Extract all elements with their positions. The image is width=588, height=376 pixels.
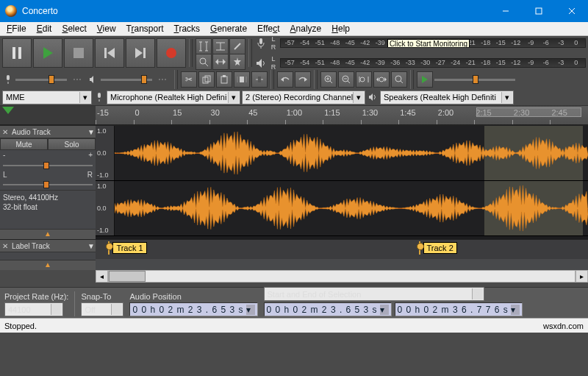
device-toolbar: MME▾ Microphone (Realtek High Defini▾ 2 … xyxy=(0,89,588,105)
svg-rect-31 xyxy=(7,75,10,80)
gain-slider[interactable] xyxy=(3,160,93,170)
zoom-in-button[interactable] xyxy=(320,71,337,88)
multi-tool-icon[interactable] xyxy=(229,54,245,70)
svg-marker-33 xyxy=(90,76,93,83)
track-bitdepth: 32-bit float xyxy=(3,202,93,212)
svg-point-55 xyxy=(379,77,384,82)
svg-marker-60 xyxy=(422,76,428,83)
close-track-button[interactable]: ✕ xyxy=(0,128,10,136)
playback-volume-slider[interactable] xyxy=(101,74,152,85)
menu-edit[interactable]: EditEdit xyxy=(32,23,57,35)
audio-position-field[interactable]: 0 0 h 0 2 m 2 3 . 6 5 3 s▾ xyxy=(129,302,257,316)
scroll-thumb[interactable] xyxy=(109,271,146,282)
speaker-icon[interactable] xyxy=(255,54,267,73)
audio-host-combo[interactable]: MME▾ xyxy=(2,91,92,104)
track-control-panel: ✕ Audio Track ▼ Mute Solo -+ LR Stereo, … xyxy=(0,126,96,239)
recording-volume-slider[interactable] xyxy=(15,74,67,85)
label-marker[interactable]: Track 1 xyxy=(105,241,146,255)
snap-to-combo[interactable]: Off▾ xyxy=(81,302,123,316)
skip-end-button[interactable] xyxy=(126,38,155,68)
svg-marker-10 xyxy=(135,48,143,58)
menu-file[interactable]: FFileFile xyxy=(1,23,32,35)
loop-region[interactable] xyxy=(476,107,581,117)
menu-tracks[interactable]: TracksTracks xyxy=(169,23,206,35)
svg-rect-28 xyxy=(259,38,262,44)
svg-line-48 xyxy=(330,81,332,83)
timeshift-tool-icon[interactable] xyxy=(212,54,229,70)
envelope-tool-icon[interactable] xyxy=(212,38,229,54)
pan-slider[interactable] xyxy=(3,180,93,189)
playback-volume-icon xyxy=(87,70,99,89)
mic-icon xyxy=(93,88,105,107)
paste-button[interactable] xyxy=(216,71,232,88)
status-text: Stopped. xyxy=(4,322,37,330)
zoom-tool-icon[interactable] xyxy=(196,54,212,70)
svg-rect-4 xyxy=(12,47,15,59)
playback-device-combo[interactable]: Speakers (Realtek High Definiti▾ xyxy=(380,91,514,104)
menu-view[interactable]: ViewView xyxy=(92,23,121,35)
waveform-right[interactable]: 1.00.0-1.0 xyxy=(96,181,588,236)
selection-start-field[interactable]: 0 0 h 0 2 m 2 3 . 6 5 3 s▾ xyxy=(264,302,392,316)
minimize-button[interactable] xyxy=(489,0,522,22)
playback-speed-slider[interactable] xyxy=(434,74,515,85)
trim-button[interactable] xyxy=(234,71,250,88)
chevron-down-icon: ▾ xyxy=(501,92,512,103)
cut-button[interactable]: ✂ xyxy=(181,71,197,88)
titlebar: Concerto xyxy=(0,0,588,22)
svg-rect-1 xyxy=(536,8,542,14)
undo-button[interactable] xyxy=(277,71,293,88)
horizontal-scrollbar[interactable]: ◂ ▸ xyxy=(96,270,588,283)
recording-meter[interactable]: -57-54-51-48-45-42-39-36-33-30-27-24-21-… xyxy=(280,38,586,48)
selection-toolbar: Project Rate (Hz): 44100▾ Snap-To Off▾ A… xyxy=(0,287,588,318)
recording-channels-combo[interactable]: 2 (Stereo) Recording Channels▾ xyxy=(242,91,365,104)
zoom-out-button[interactable] xyxy=(338,71,354,88)
recording-device-combo[interactable]: Microphone (Realtek High Defini▾ xyxy=(107,91,240,104)
silence-button[interactable] xyxy=(251,71,268,88)
stop-button[interactable] xyxy=(64,38,93,68)
solo-button[interactable]: Solo xyxy=(48,138,96,150)
mute-button[interactable]: Mute xyxy=(0,138,48,150)
track-menu-button[interactable]: ▼ xyxy=(87,242,96,250)
svg-point-22 xyxy=(200,58,206,64)
track-name[interactable]: Label Track xyxy=(10,242,87,250)
draw-tool-icon[interactable] xyxy=(229,38,245,54)
selection-end-field[interactable]: 0 0 h 0 2 m 3 6 . 7 7 6 s▾ xyxy=(395,302,523,316)
label-lane[interactable]: Track 1Track 2 xyxy=(96,240,588,259)
svg-marker-25 xyxy=(223,59,226,65)
project-rate-combo[interactable]: 44100▾ xyxy=(4,302,63,316)
fit-project-button[interactable] xyxy=(373,71,390,88)
track-name[interactable]: Audio Track xyxy=(10,128,87,136)
label-marker[interactable]: Track 2 xyxy=(416,241,457,255)
scroll-left-button[interactable]: ◂ xyxy=(96,270,108,283)
selection-tool-icon[interactable] xyxy=(196,38,212,54)
fit-selection-button[interactable] xyxy=(356,71,372,88)
playback-meter[interactable]: -57-54-51-48-45-42-39-36-33-30-27-24-21-… xyxy=(280,58,586,68)
zoom-toggle-button[interactable] xyxy=(391,71,407,88)
collapse-button[interactable]: ▲ xyxy=(0,229,96,239)
selection-mode-combo[interactable]: Start and End of Selection▾ xyxy=(264,287,484,301)
svg-rect-7 xyxy=(74,48,84,58)
svg-rect-37 xyxy=(223,75,226,77)
svg-marker-43 xyxy=(281,77,284,82)
close-button[interactable] xyxy=(555,0,588,22)
skip-start-button[interactable] xyxy=(95,38,124,68)
track-menu-button[interactable]: ▼ xyxy=(87,128,96,136)
playhead-icon[interactable] xyxy=(2,107,14,114)
menu-generate[interactable]: GenerateGenerate xyxy=(205,23,252,35)
scroll-right-button[interactable]: ▸ xyxy=(576,270,588,283)
timeline-ruler[interactable]: -1501530451:001:151:301:452:002:152:302:… xyxy=(0,105,588,125)
play-at-speed-button[interactable] xyxy=(417,71,433,88)
waveform-left[interactable]: 1.00.0-1.0 xyxy=(96,126,588,181)
play-button[interactable] xyxy=(33,38,62,68)
statusbar: Stopped. wsxdn.com xyxy=(0,318,588,333)
copy-button[interactable] xyxy=(198,71,215,88)
menu-select[interactable]: SelectSelect xyxy=(57,23,91,35)
close-track-button[interactable]: ✕ xyxy=(0,242,10,250)
redo-button[interactable] xyxy=(295,71,311,88)
record-button[interactable] xyxy=(157,38,186,68)
maximize-button[interactable] xyxy=(522,0,555,22)
menu-transport[interactable]: TransportTransport xyxy=(121,23,169,35)
pause-button[interactable] xyxy=(2,38,32,68)
collapse-button[interactable]: ▲ xyxy=(0,260,96,270)
mic-icon[interactable] xyxy=(255,34,267,53)
